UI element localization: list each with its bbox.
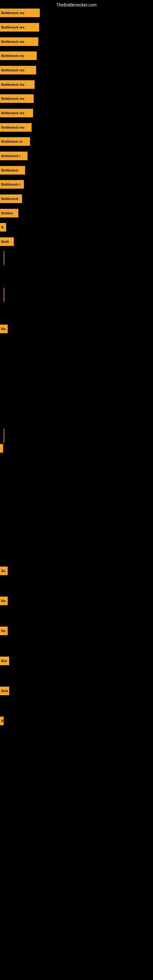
vertical-line: [4, 429, 4, 442]
vertical-line: [4, 251, 4, 265]
bottleneck-bar: Bottleneck res: [0, 109, 33, 117]
bottleneck-bar: Bot: [0, 657, 9, 665]
bottleneck-bar: [0, 444, 3, 453]
bottleneck-bar: Bottlen: [0, 209, 18, 218]
bottleneck-bar: Bottleneck r: [0, 151, 27, 160]
bottleneck-bar: Bottleneck res: [0, 66, 36, 75]
bottleneck-bar: B: [0, 223, 6, 232]
bottleneck-bar: Bott: [0, 687, 9, 695]
bottleneck-bar: Bottleneck: [0, 194, 22, 203]
bottleneck-bar: Bottleneck res: [0, 123, 32, 132]
bottleneck-bar: Bottleneck res: [0, 80, 35, 89]
bottleneck-bar: Bottleneck res: [0, 23, 39, 32]
bottleneck-bar: Bo: [0, 566, 8, 575]
bottleneck-bar: Bottleneck re: [0, 137, 30, 146]
bottleneck-bar: Bottleneck res: [0, 51, 37, 60]
bottleneck-bar: Bottleneck res: [0, 37, 38, 46]
bottleneck-bar: Bottleneck: [0, 166, 25, 175]
bottleneck-bar: Bottleneck res: [0, 94, 33, 103]
vertical-line: [4, 288, 4, 302]
bottleneck-bar: Bottleneck res: [0, 9, 40, 17]
bottleneck-bar: B: [0, 717, 4, 725]
bottleneck-bar: Bottl: [0, 237, 14, 246]
bottleneck-bar: Bo: [0, 325, 8, 333]
bottleneck-bar: Bottleneck r: [0, 180, 24, 189]
site-title: TheBottlenecker.com: [0, 2, 153, 7]
bottleneck-bar: Bo: [0, 627, 8, 635]
bottleneck-bar: Bo: [0, 597, 8, 605]
